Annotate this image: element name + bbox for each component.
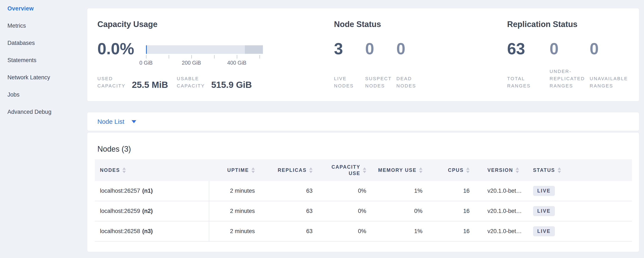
dead-nodes-count: 0 [396, 41, 428, 66]
suspect-nodes-metric: 0 SUSPECT NODES [365, 41, 396, 89]
status-badge: LIVE [533, 226, 555, 236]
live-nodes-metric: 3 LIVE NODES [334, 41, 365, 89]
capacity-bar-used-marker [146, 45, 147, 54]
axis-tick [146, 55, 146, 59]
uptime-cell: 2 minutes [209, 181, 260, 201]
used-capacity-value: 25.5 MiB [132, 81, 168, 89]
stat-label: USED CAPACITY [98, 66, 126, 89]
replication-status-section: Replication Status 63 TOTAL RANGES 0 UND… [507, 8, 634, 101]
chevron-down-icon [132, 120, 136, 123]
column-header-uptime[interactable]: UPTIME [209, 167, 260, 173]
under-replicated-ranges-metric: 0 UNDER- REPLICATED RANGES [550, 41, 590, 89]
column-header-cpus[interactable]: CPUS [431, 167, 478, 173]
sidebar-item-advanced-debug[interactable]: Advanced Debug [8, 103, 80, 120]
axis-tick [192, 55, 192, 59]
total-ranges-count: 63 [507, 41, 550, 66]
node-id: (n2) [142, 208, 153, 214]
status-cell: LIVE [532, 201, 632, 221]
node-id: (n3) [142, 228, 153, 235]
node-address-cell[interactable]: localhost:26258 (n3) [95, 221, 209, 241]
sidebar-item-overview[interactable]: Overview [8, 0, 80, 17]
nodes-table-card: Nodes (3) NODES UPTIME REPLICAS CAPACITY… [87, 132, 639, 252]
live-nodes-count: 3 [334, 41, 365, 66]
stat-label: USABLE CAPACITY [177, 66, 205, 89]
suspect-nodes-count: 0 [365, 41, 396, 66]
sort-icon[interactable] [363, 167, 366, 173]
nodes-table: NODES UPTIME REPLICAS CAPACITY USE MEMOR… [95, 159, 632, 242]
axis-tick [237, 55, 237, 59]
axis-tick [169, 55, 169, 59]
sidebar-item-statements[interactable]: Statements [8, 52, 80, 69]
version-cell: v20.1.0-bet… [478, 181, 532, 201]
version-cell: v20.1.0-bet… [478, 201, 532, 221]
replicas-cell: 63 [260, 221, 320, 241]
unavailable-ranges-count: 0 [590, 41, 632, 66]
table-header-row: NODES UPTIME REPLICAS CAPACITY USE MEMOR… [95, 159, 632, 181]
axis-tick [214, 55, 214, 59]
axis-tick [260, 55, 260, 59]
under-replicated-ranges-count: 0 [550, 41, 590, 66]
usable-capacity-stat: USABLE CAPACITY 515.9 GiB [177, 66, 252, 89]
version-cell: v20.1.0-bet… [478, 221, 532, 241]
capacity-usage-title: Capacity Usage [98, 20, 158, 29]
sort-icon[interactable] [122, 167, 126, 173]
sort-icon[interactable] [309, 167, 312, 173]
replicas-cell: 63 [260, 181, 320, 201]
status-cell: LIVE [532, 221, 632, 241]
status-cell: LIVE [532, 181, 632, 201]
sort-icon[interactable] [516, 167, 519, 173]
sidebar-item-databases[interactable]: Databases [8, 35, 80, 52]
total-ranges-metric: 63 TOTAL RANGES [507, 41, 550, 89]
column-header-memory-use[interactable]: MEMORY USE [375, 167, 431, 173]
axis-tick-label: 0 GiB [140, 60, 153, 66]
usable-capacity-value: 515.9 GiB [211, 81, 252, 89]
sort-icon[interactable] [466, 167, 470, 173]
column-header-nodes[interactable]: NODES [95, 167, 209, 173]
memory-use-cell: 1% [375, 221, 431, 241]
node-address-cell[interactable]: localhost:26257 (n1) [95, 181, 209, 201]
node-status-section: Node Status 3 LIVE NODES 0 SUSPECT NODES… [334, 8, 495, 101]
cpus-cell: 16 [431, 221, 478, 241]
column-header-capacity-use[interactable]: CAPACITY USE [320, 164, 375, 177]
uptime-cell: 2 minutes [209, 221, 260, 241]
sidebar: Overview Metrics Databases Statements Ne… [8, 0, 80, 120]
sort-icon[interactable] [419, 167, 422, 173]
capacity-used-percent: 0.0% [98, 41, 134, 57]
column-header-replicas[interactable]: REPLICAS [260, 167, 320, 173]
uptime-cell: 2 minutes [209, 201, 260, 221]
capacity-usage-section: Capacity Usage 0.0% 0 GiB 200 GiB 400 Gi… [98, 8, 326, 101]
column-header-version[interactable]: VERSION [478, 167, 532, 173]
nodes-table-title: Nodes (3) [98, 145, 131, 154]
used-capacity-stat: USED CAPACITY 25.5 MiB [98, 66, 177, 89]
cluster-summary-card: Capacity Usage 0.0% 0 GiB 200 GiB 400 Gi… [87, 8, 639, 101]
replicas-cell: 63 [260, 201, 320, 221]
dead-nodes-metric: 0 DEAD NODES [396, 41, 428, 89]
status-badge: LIVE [533, 206, 555, 216]
column-header-status[interactable]: STATUS [532, 167, 632, 173]
sort-icon[interactable] [252, 167, 255, 173]
status-badge: LIVE [533, 186, 555, 196]
cpus-cell: 16 [431, 181, 478, 201]
table-row[interactable]: localhost:26258 (n3) 2 minutes 63 0% 1% … [95, 221, 632, 242]
view-selector-card: Node List [87, 112, 639, 131]
sidebar-item-jobs[interactable]: Jobs [8, 86, 80, 103]
capacity-bar-overflow-segment [245, 45, 263, 54]
table-row[interactable]: localhost:26257 (n1) 2 minutes 63 0% 1% … [95, 181, 632, 201]
memory-use-cell: 1% [375, 181, 431, 201]
capacity-use-cell: 0% [320, 181, 375, 201]
node-list-dropdown[interactable]: Node List [98, 118, 136, 125]
node-address-cell[interactable]: localhost:26259 (n2) [95, 201, 209, 221]
replication-status-title: Replication Status [507, 20, 578, 29]
axis-tick-label: 200 GiB [182, 60, 201, 66]
node-id: (n1) [142, 188, 153, 194]
capacity-use-cell: 0% [320, 201, 375, 221]
sidebar-item-network-latency[interactable]: Network Latency [8, 69, 80, 86]
memory-use-cell: 0% [375, 201, 431, 221]
sort-icon[interactable] [558, 167, 561, 173]
cpus-cell: 16 [431, 201, 478, 221]
unavailable-ranges-metric: 0 UNAVAILABLE RANGES [590, 41, 632, 89]
sidebar-item-metrics[interactable]: Metrics [8, 17, 80, 35]
capacity-usage-bar [146, 45, 263, 54]
table-row[interactable]: localhost:26259 (n2) 2 minutes 63 0% 0% … [95, 201, 632, 221]
axis-tick-label: 400 GiB [227, 60, 246, 66]
